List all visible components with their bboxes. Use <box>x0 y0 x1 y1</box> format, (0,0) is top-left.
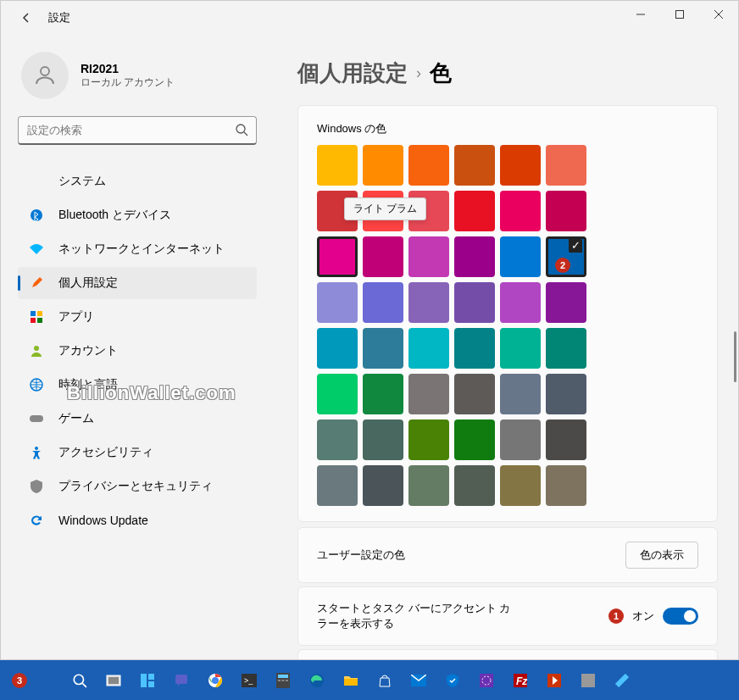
sidebar-item-personalization[interactable]: 個人用設定 <box>18 267 257 299</box>
filezilla-icon[interactable]: Fz <box>508 669 532 692</box>
color-swatch[interactable] <box>408 465 449 506</box>
nav-list: システム Bluetooth とデバイス ネットワークとインターネット 個人用設… <box>18 165 257 536</box>
color-swatch[interactable] <box>546 282 586 323</box>
color-swatch[interactable] <box>317 282 358 323</box>
user-block[interactable]: RI2021 ローカル アカウント <box>18 52 257 99</box>
calculator-icon[interactable] <box>271 669 295 692</box>
color-swatch[interactable]: 2 <box>546 236 586 277</box>
search-taskbar-icon[interactable] <box>68 669 92 692</box>
color-swatch[interactable] <box>363 282 403 323</box>
color-swatch[interactable] <box>363 236 403 277</box>
color-swatch[interactable] <box>500 374 541 414</box>
sidebar-item-accounts[interactable]: アカウント <box>18 335 257 367</box>
color-swatch[interactable] <box>408 145 449 186</box>
security-icon[interactable] <box>441 669 464 692</box>
color-swatch[interactable] <box>500 328 541 369</box>
color-swatch[interactable] <box>363 328 403 369</box>
color-swatch[interactable] <box>363 419 403 460</box>
color-swatch[interactable] <box>454 282 495 323</box>
color-swatch[interactable] <box>500 282 541 323</box>
color-swatch[interactable] <box>454 465 495 506</box>
color-swatch[interactable] <box>363 374 403 414</box>
task-view-icon[interactable] <box>102 669 125 692</box>
app-icon-edge2[interactable] <box>610 669 634 692</box>
color-swatch[interactable] <box>317 145 358 186</box>
color-swatch[interactable] <box>546 374 586 414</box>
color-swatch[interactable] <box>454 191 495 231</box>
accent-start-toggle[interactable] <box>663 608 698 625</box>
edge-icon[interactable] <box>305 669 329 692</box>
annotation-badge-2: 2 <box>555 258 570 273</box>
color-swatch[interactable] <box>546 328 586 369</box>
color-swatch[interactable] <box>317 465 358 506</box>
color-swatch[interactable] <box>500 419 541 460</box>
back-button[interactable] <box>11 3 42 33</box>
widgets-icon[interactable] <box>136 669 159 692</box>
nav-label: アプリ <box>58 309 94 325</box>
color-swatch[interactable] <box>454 328 495 369</box>
accessibility-icon <box>28 444 45 461</box>
color-swatch[interactable] <box>317 419 358 460</box>
sidebar: RI2021 ローカル アカウント システム Bluetooth とデバイス ネ… <box>1 35 264 659</box>
mail-icon[interactable] <box>407 669 431 692</box>
sidebar-item-update[interactable]: Windows Update <box>18 504 257 536</box>
color-swatch[interactable] <box>408 282 449 323</box>
start-button[interactable] <box>39 671 58 690</box>
color-swatch[interactable] <box>317 328 358 369</box>
sidebar-item-network[interactable]: ネットワークとインターネット <box>18 233 257 265</box>
app-icon-gray[interactable] <box>576 669 600 692</box>
color-swatch[interactable] <box>317 374 358 414</box>
close-button[interactable] <box>699 1 738 28</box>
color-swatch[interactable] <box>500 145 541 186</box>
svg-rect-8 <box>31 311 36 316</box>
sidebar-item-apps[interactable]: アプリ <box>18 301 257 333</box>
breadcrumb-parent[interactable]: 個人用設定 <box>297 58 408 88</box>
color-swatch[interactable] <box>546 465 586 506</box>
sidebar-item-system[interactable]: システム <box>18 165 257 197</box>
terminal-icon[interactable]: >_ <box>237 669 261 692</box>
chat-icon[interactable] <box>169 669 193 692</box>
app-icon-red[interactable] <box>542 669 566 692</box>
color-swatch[interactable] <box>363 465 403 506</box>
store-icon[interactable] <box>373 669 397 692</box>
color-swatch[interactable] <box>408 374 449 414</box>
color-swatch[interactable] <box>546 145 586 186</box>
svg-rect-1 <box>676 11 684 19</box>
panel-title: Windows の色 <box>317 121 698 136</box>
sidebar-item-gaming[interactable]: ゲーム <box>18 403 257 435</box>
search-input[interactable] <box>18 116 257 145</box>
svg-text:>_: >_ <box>244 676 253 685</box>
color-swatch[interactable] <box>363 145 403 186</box>
color-swatch[interactable] <box>317 236 358 277</box>
view-colors-button[interactable]: 色の表示 <box>625 542 698 569</box>
color-swatch[interactable] <box>408 236 449 277</box>
chrome-icon[interactable] <box>203 669 227 692</box>
color-swatch[interactable] <box>500 465 541 506</box>
nav-label: 個人用設定 <box>58 275 118 291</box>
scrollbar[interactable] <box>734 331 736 382</box>
color-swatch[interactable] <box>546 419 586 460</box>
sidebar-item-privacy[interactable]: プライバシーとセキュリティ <box>18 470 257 503</box>
nav-label: ネットワークとインターネット <box>58 242 225 257</box>
nav-label: Windows Update <box>58 514 148 527</box>
bluetooth-icon <box>28 207 45 224</box>
color-swatch[interactable] <box>408 419 449 460</box>
color-swatch[interactable] <box>546 191 586 231</box>
minimize-button[interactable] <box>621 1 660 28</box>
explorer-icon[interactable] <box>339 669 363 692</box>
search-box <box>18 116 257 145</box>
color-swatch[interactable] <box>408 328 449 369</box>
sidebar-item-bluetooth[interactable]: Bluetooth とデバイス <box>18 199 257 231</box>
sidebar-item-accessibility[interactable]: アクセシビリティ <box>18 436 257 469</box>
color-swatch[interactable] <box>454 145 495 186</box>
svg-text:Fz: Fz <box>516 675 527 687</box>
color-swatch[interactable] <box>454 236 495 277</box>
color-swatch[interactable] <box>454 374 495 414</box>
app-icon-purple[interactable] <box>475 669 498 692</box>
user-info: RI2021 ローカル アカウント <box>81 62 175 90</box>
color-swatch[interactable] <box>500 236 541 277</box>
color-swatch[interactable] <box>454 419 495 460</box>
maximize-button[interactable] <box>660 1 699 28</box>
sidebar-item-time[interactable]: 時刻と言語 <box>18 369 257 401</box>
color-swatch[interactable] <box>500 191 541 231</box>
